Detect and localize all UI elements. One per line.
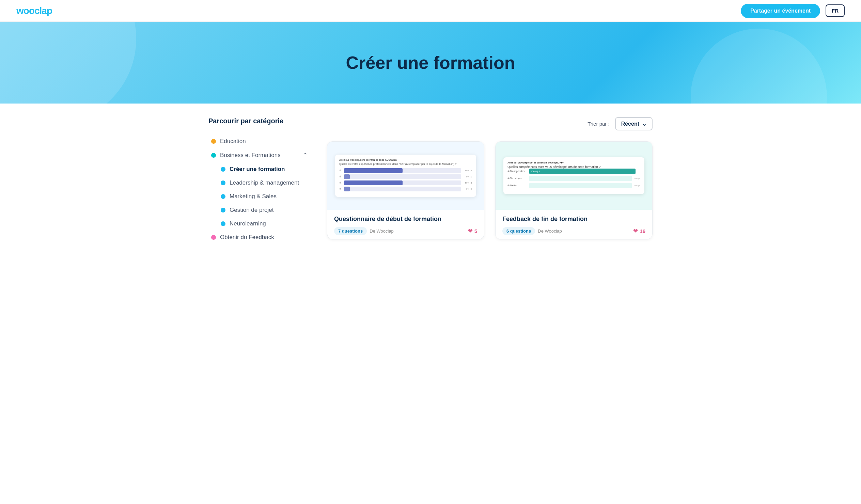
likes-count-1: 5 <box>475 228 477 234</box>
card-questionnaire: Allez sur wooclap.com et entrez le code … <box>327 141 484 240</box>
card-preview-1: Allez sur wooclap.com et entrez le code … <box>327 142 484 210</box>
card-footer-1: 7 questions De Wooclap ❤ 5 <box>334 227 477 235</box>
likes-count-2: 16 <box>640 228 645 234</box>
header-right: Partager un événement FR <box>741 4 845 18</box>
preview-header-2: Allez sur wooclap.com et utilisez le cod… <box>507 161 640 164</box>
sidebar-item-neurolearning-label: Neurolearning <box>230 220 266 227</box>
sidebar-item-business-label: Business et Formations <box>220 152 281 159</box>
card-meta-1: 7 questions De Wooclap <box>334 227 394 235</box>
card-footer-2: 6 questions De Wooclap ❤ 16 <box>502 227 645 235</box>
hero-title: Créer une formation <box>346 52 515 73</box>
share-event-button[interactable]: Partager un événement <box>741 4 820 18</box>
preview-header-1: Allez sur wooclap.com et entrez le code … <box>339 159 472 161</box>
sort-wrapper: Trier par : Récent ⌄ <box>588 117 653 131</box>
sort-select[interactable]: Récent ⌄ <box>615 117 653 131</box>
sidebar-item-gestion-label: Gestion de projet <box>230 207 273 214</box>
sidebar-item-leadership[interactable]: Leadership & management <box>218 176 311 190</box>
dot-leadership <box>221 180 226 185</box>
sidebar-heading: Parcourir par catégorie <box>208 117 311 125</box>
chevron-up-icon: ⌃ <box>303 151 308 159</box>
preview-question-1: Quelle est votre expérience professionne… <box>339 162 472 165</box>
sidebar-item-creer-label: Créer une formation <box>230 166 285 173</box>
sidebar-item-creer[interactable]: Créer une formation <box>218 162 311 176</box>
card-meta-2: 6 questions De Wooclap <box>502 227 562 235</box>
sidebar-item-feedback-label: Obtenir du Feedback <box>220 234 274 241</box>
dot-neurolearning <box>221 221 226 226</box>
logo: wooclap <box>16 5 52 16</box>
bar-row-2: ② 0% | 0 <box>339 174 472 179</box>
sidebar-item-neurolearning[interactable]: Neurolearning <box>218 217 311 231</box>
sidebar-item-marketing-label: Marketing & Sales <box>230 193 276 200</box>
sidebar-item-feedback[interactable]: Obtenir du Feedback <box>208 231 311 244</box>
language-button[interactable]: FR <box>825 4 845 17</box>
chevron-down-icon: ⌄ <box>642 121 646 127</box>
dot-creer <box>221 167 226 172</box>
preview-question-2: Quelles compétences avez-vous développé … <box>507 165 640 168</box>
preview-row-1: ① Managériales 100% | 2 <box>507 168 640 174</box>
card-body-2: Feedback de fin de formation 6 questions… <box>495 210 652 239</box>
preview-row-2: ② Techniques 0% | 0 <box>507 176 640 181</box>
likes-2: ❤ 16 <box>633 228 645 234</box>
sidebar-item-marketing[interactable]: Marketing & Sales <box>218 190 311 203</box>
by-label-1: De Wooclap <box>370 229 394 234</box>
sidebar-item-business[interactable]: Business et Formations ⌃ <box>208 148 311 162</box>
heart-icon-2: ❤ <box>633 228 638 234</box>
bar-row-3: ③ 50% | 1 <box>339 180 472 185</box>
card-title-1: Questionnaire de début de formation <box>334 215 477 223</box>
bar-row-4: ④ 0% | 0 <box>339 187 472 191</box>
sidebar-item-leadership-label: Leadership & management <box>230 179 299 186</box>
questions-badge-1: 7 questions <box>334 227 367 235</box>
by-label-2: De Wooclap <box>538 229 562 234</box>
card-body-1: Questionnaire de début de formation 7 qu… <box>327 210 484 239</box>
hero-section: Créer une formation <box>0 22 861 104</box>
sidebar: Parcourir par catégorie Education Busine… <box>208 117 311 244</box>
dot-gestion <box>221 208 226 213</box>
preview-survey-1: Allez sur wooclap.com et entrez le code … <box>335 154 476 197</box>
section-header: Trier par : Récent ⌄ <box>327 117 653 131</box>
main-content: Parcourir par catégorie Education Busine… <box>192 104 669 258</box>
header: wooclap Partager un événement FR <box>0 0 861 22</box>
content-area: Trier par : Récent ⌄ Allez sur wooclap.c… <box>327 117 653 244</box>
preview-row-3: ③ Métier 0% | 0 <box>507 183 640 188</box>
likes-1: ❤ 5 <box>468 228 477 234</box>
sort-value: Récent <box>621 121 639 127</box>
card-preview-2: Allez sur wooclap.com et utilisez le cod… <box>495 142 652 210</box>
dot-business <box>211 153 216 158</box>
sidebar-item-education-label: Education <box>220 138 246 145</box>
cards-grid: Allez sur wooclap.com et entrez le code … <box>327 141 653 240</box>
sidebar-item-education[interactable]: Education <box>208 135 311 148</box>
bar-row-1: ① 50% | 1 <box>339 168 472 173</box>
heart-icon-1: ❤ <box>468 228 473 234</box>
sidebar-item-gestion[interactable]: Gestion de projet <box>218 203 311 217</box>
card-title-2: Feedback de fin de formation <box>502 215 645 223</box>
questions-badge-2: 6 questions <box>502 227 535 235</box>
dot-feedback <box>211 235 216 240</box>
dot-education <box>211 139 216 144</box>
sort-label: Trier par : <box>588 121 609 127</box>
dot-marketing <box>221 194 226 199</box>
preview-survey-2: Allez sur wooclap.com et utilisez le cod… <box>503 157 644 194</box>
subcategory-list: Créer une formation Leadership & managem… <box>208 162 311 231</box>
card-feedback: Allez sur wooclap.com et utilisez le cod… <box>495 141 653 240</box>
